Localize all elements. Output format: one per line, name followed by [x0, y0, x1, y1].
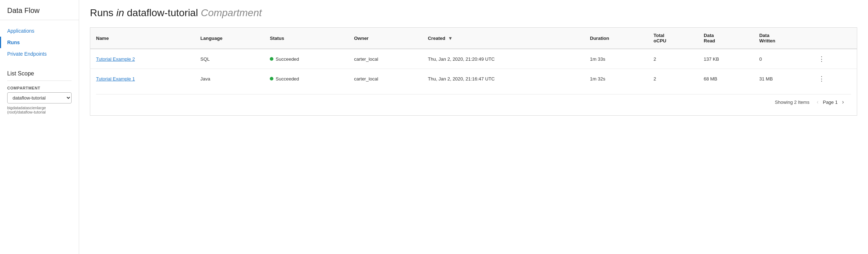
- col-name: Name: [90, 28, 195, 49]
- table-footer: Showing 2 Items ‹ Page 1 ›: [96, 94, 851, 110]
- row-actions-button-1[interactable]: ⋮: [816, 75, 827, 83]
- cell-created-1: Thu, Jan 2, 2020, 21:16:47 UTC: [422, 69, 584, 89]
- status-dot-1: [270, 77, 273, 80]
- cell-data-written-1: 31 MB: [754, 69, 810, 89]
- pagination-controls: ‹ Page 1 ›: [815, 98, 845, 106]
- compartment-path: bigdatadatascienlarge (root)/dataflow-tu…: [7, 106, 72, 114]
- cell-created-0: Thu, Jan 2, 2020, 21:20:49 UTC: [422, 49, 584, 69]
- cell-language-0: SQL: [195, 49, 264, 69]
- cell-data-written-0: 0: [754, 49, 810, 69]
- cell-actions-0[interactable]: ⋮: [810, 49, 857, 69]
- status-text-1: Succeeded: [276, 76, 299, 82]
- cell-ocpu-0: 2: [648, 49, 698, 69]
- page-heading: Runs in dataflow-tutorial Compartment: [90, 7, 857, 19]
- runs-table: Name Language Status Owner Created ▼ Dur…: [90, 27, 857, 116]
- cell-owner-0: carter_local: [348, 49, 422, 69]
- cell-name-0[interactable]: Tutorial Example 2: [90, 49, 195, 69]
- list-scope-section: List Scope COMPARTMENT dataflow-tutorial…: [0, 70, 79, 114]
- row-actions-button-0[interactable]: ⋮: [816, 55, 827, 63]
- col-status: Status: [264, 28, 348, 49]
- app-title: Data Flow: [0, 6, 79, 20]
- sort-arrow-created: ▼: [448, 36, 453, 41]
- sidebar-item-private-endpoints[interactable]: Private Endpoints: [0, 48, 79, 60]
- status-text-0: Succeeded: [276, 56, 299, 62]
- cell-data-read-0: 137 KB: [698, 49, 753, 69]
- cell-duration-1: 1m 32s: [584, 69, 648, 89]
- cell-duration-0: 1m 33s: [584, 49, 648, 69]
- col-language: Language: [195, 28, 264, 49]
- status-dot-0: [270, 57, 273, 61]
- col-total-ocpu: TotaloCPU: [648, 28, 698, 49]
- page-label: Page 1: [823, 100, 837, 105]
- col-data-read: DataRead: [698, 28, 753, 49]
- heading-name: dataflow-tutorial: [127, 7, 198, 18]
- table-footer-row: Showing 2 Items ‹ Page 1 ›: [90, 88, 857, 116]
- cell-status-1: Succeeded: [264, 69, 348, 89]
- cell-ocpu-1: 2: [648, 69, 698, 89]
- sidebar-item-runs[interactable]: Runs: [0, 37, 79, 48]
- heading-compartment: Compartment: [201, 7, 262, 18]
- compartment-select[interactable]: dataflow-tutorial: [7, 92, 72, 103]
- heading-runs: Runs: [90, 7, 113, 18]
- compartment-label: COMPARTMENT: [7, 86, 72, 90]
- cell-data-read-1: 68 MB: [698, 69, 753, 89]
- pagination-next[interactable]: ›: [841, 98, 845, 106]
- sidebar-item-applications[interactable]: Applications: [0, 25, 79, 37]
- table-row: Tutorial Example 2 SQL Succeeded carter_…: [90, 49, 857, 69]
- cell-actions-1[interactable]: ⋮: [810, 69, 857, 89]
- cell-owner-1: carter_local: [348, 69, 422, 89]
- col-owner: Owner: [348, 28, 422, 49]
- heading-in: in: [116, 7, 127, 18]
- cell-status-0: Succeeded: [264, 49, 348, 69]
- table-header-row: Name Language Status Owner Created ▼ Dur…: [90, 28, 857, 49]
- list-scope-title: List Scope: [7, 70, 72, 81]
- showing-items: Showing 2 Items: [775, 100, 809, 105]
- cell-language-1: Java: [195, 69, 264, 89]
- pagination-prev[interactable]: ‹: [815, 98, 820, 106]
- cell-name-1[interactable]: Tutorial Example 1: [90, 69, 195, 89]
- col-created[interactable]: Created ▼: [422, 28, 584, 49]
- table-row: Tutorial Example 1 Java Succeeded carter…: [90, 69, 857, 89]
- col-data-written: DataWritten: [754, 28, 810, 49]
- sidebar: Data Flow ApplicationsRunsPrivate Endpoi…: [0, 0, 79, 254]
- main-content: Runs in dataflow-tutorial Compartment Na…: [79, 0, 868, 254]
- sidebar-nav: ApplicationsRunsPrivate Endpoints: [0, 25, 79, 60]
- col-actions: [810, 28, 857, 49]
- col-duration: Duration: [584, 28, 648, 49]
